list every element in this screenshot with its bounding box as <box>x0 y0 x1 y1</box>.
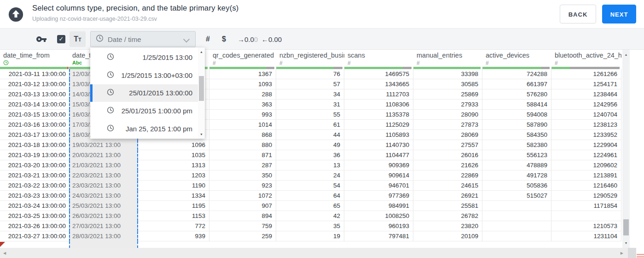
table-cell[interactable]: 871 <box>209 150 276 160</box>
table-cell[interactable]: 25581 <box>413 201 482 211</box>
table-cell[interactable]: 76 <box>276 69 344 79</box>
table-cell[interactable]: 923 <box>209 181 276 191</box>
table-cell[interactable]: 1238123 <box>551 120 621 130</box>
table-cell[interactable]: 588414 <box>482 100 551 110</box>
table-cell[interactable]: 868 <box>209 130 276 140</box>
table-cell[interactable]: 797481 <box>344 231 413 241</box>
table-cell[interactable]: 64 <box>276 191 344 201</box>
table-cell[interactable]: 1254171 <box>551 79 621 89</box>
table-cell[interactable]: 26782 <box>413 211 482 221</box>
dropdown-scrollbar[interactable]: ▲ ▼ <box>198 47 205 139</box>
scroll-down-icon[interactable]: ▼ <box>622 241 630 245</box>
date-format-option[interactable]: 25/01/2015 1:00:00 pm <box>90 102 205 120</box>
table-cell[interactable]: 1104477 <box>344 150 413 160</box>
table-cell[interactable]: 25/03/2021 13:00 <box>69 201 138 211</box>
table-cell[interactable]: 2021-03-13 13:00:00 <box>0 89 69 100</box>
table-cell[interactable]: 2021-03-16 13:00:00 <box>0 120 69 130</box>
table-cell[interactable]: 287 <box>209 160 276 170</box>
table-cell[interactable]: 1093 <box>209 79 276 89</box>
table-cell[interactable]: 1135378 <box>344 110 413 120</box>
table-cell[interactable]: 1108306 <box>344 100 413 110</box>
date-format-option[interactable]: 25/01/2015 13:00:00 <box>90 84 205 102</box>
include-column-checkbox[interactable]: ✓ <box>57 35 65 43</box>
table-cell[interactable]: 1014 <box>209 120 276 130</box>
integer-type-button[interactable]: # <box>206 35 210 43</box>
scroll-left-icon[interactable]: ◀ <box>3 251 6 255</box>
table-cell[interactable] <box>551 211 621 221</box>
table-cell[interactable]: 34 <box>276 89 344 100</box>
table-cell[interactable]: 28090 <box>413 110 482 120</box>
table-cell[interactable]: 556123 <box>482 150 551 160</box>
table-cell[interactable]: 1072 <box>209 191 276 201</box>
table-cell[interactable]: 907 <box>209 201 276 211</box>
next-button[interactable]: NEXT <box>602 5 636 23</box>
table-cell[interactable]: 2021-03-15 13:00:00 <box>0 110 69 120</box>
table-cell[interactable]: 1153 <box>138 211 209 221</box>
table-cell[interactable]: 1140730 <box>344 140 413 150</box>
table-cell[interactable]: 26/03/2021 13:00 <box>69 211 138 221</box>
table-cell[interactable] <box>482 201 551 211</box>
table-cell[interactable]: 1469575 <box>344 69 413 79</box>
table-cell[interactable]: 1096 <box>138 140 209 150</box>
table-cell[interactable]: 594008 <box>482 110 551 120</box>
table-cell[interactable]: 2021-03-12 13:00:00 <box>0 79 69 89</box>
table-cell[interactable]: 2021-03-23 13:00:00 <box>0 191 69 201</box>
table-cell[interactable]: 1195 <box>138 201 209 211</box>
table-cell[interactable]: 1008250 <box>344 211 413 221</box>
table-cell[interactable]: 27/03/2021 13:00 <box>69 221 138 231</box>
table-cell[interactable]: 363 <box>209 100 276 110</box>
table-cell[interactable]: 2021-03-14 13:00:00 <box>0 100 69 110</box>
date-format-option[interactable]: Jan 25, 2015 1:00 pm <box>90 120 205 138</box>
column-header-bluetooth_active_24_hr_[interactable]: bluetooth_active_24_hr_# <box>551 50 621 67</box>
table-cell[interactable]: 22869 <box>413 170 482 181</box>
table-cell[interactable]: 31 <box>276 100 344 110</box>
table-cell[interactable] <box>482 221 551 231</box>
table-cell[interactable]: 350 <box>209 170 276 181</box>
table-cell[interactable]: 2021-03-27 13:00:00 <box>0 231 69 241</box>
table-cell[interactable]: 21/03/2021 13:00 <box>69 160 138 170</box>
table-cell[interactable]: 1209602 <box>551 160 621 170</box>
table-cell[interactable]: 33398 <box>413 69 482 79</box>
table-cell[interactable]: 259 <box>209 231 276 241</box>
table-cell[interactable]: 23/03/2021 13:00 <box>69 181 138 191</box>
table-cell[interactable]: 1231104 <box>551 231 621 241</box>
table-cell[interactable]: 1343665 <box>344 79 413 89</box>
table-cell[interactable]: 2021-03-19 13:00:00 <box>0 150 69 160</box>
table-cell[interactable]: 582380 <box>482 140 551 150</box>
table-cell[interactable]: 2021-03-17 13:00:00 <box>0 130 69 140</box>
table-cell[interactable]: 2021-03-25 13:00:00 <box>0 211 69 221</box>
column-header-date_time_from[interactable]: date_time_from <box>0 50 69 67</box>
table-cell[interactable]: 44 <box>276 130 344 140</box>
table-cell[interactable]: 28/03/2021 13:00 <box>69 231 138 241</box>
table-cell[interactable]: 1112703 <box>344 89 413 100</box>
table-cell[interactable]: 2021-03-18 13:00:00 <box>0 140 69 150</box>
column-header-qr_codes_generated[interactable]: qr_codes_generated# <box>209 50 276 67</box>
column-header-active_devices[interactable]: active_devices# <box>482 50 551 67</box>
table-cell[interactable]: 977369 <box>344 191 413 201</box>
table-cell[interactable]: 505836 <box>482 181 551 191</box>
table-cell[interactable]: 2021-03-24 13:00:00 <box>0 201 69 211</box>
table-cell[interactable]: 909369 <box>344 160 413 170</box>
table-cell[interactable]: 984991 <box>344 201 413 211</box>
table-cell[interactable]: 26921 <box>413 191 482 201</box>
table-cell[interactable]: 55 <box>276 110 344 120</box>
table-cell[interactable]: 491728 <box>482 170 551 181</box>
table-cell[interactable] <box>482 231 551 241</box>
table-cell[interactable]: 19/03/2021 13:00 <box>69 140 138 150</box>
table-cell[interactable]: 61 <box>276 120 344 130</box>
table-cell[interactable]: 894 <box>209 211 276 221</box>
table-cell[interactable]: 2021-03-20 13:00:00 <box>0 160 69 170</box>
table-cell[interactable]: 946701 <box>344 181 413 191</box>
decrease-decimal-button[interactable]: ←0.00 <box>261 35 282 43</box>
table-cell[interactable]: 584350 <box>482 130 551 140</box>
table-cell[interactable]: 288 <box>209 89 276 100</box>
column-header-scans[interactable]: scans# <box>344 50 413 67</box>
table-cell[interactable]: 49 <box>276 140 344 150</box>
table-cell[interactable]: 1224961 <box>551 150 621 160</box>
table-cell[interactable]: 1313 <box>138 160 209 170</box>
table-cell[interactable]: 1105893 <box>344 130 413 140</box>
table-cell[interactable]: 759 <box>209 221 276 231</box>
table-cell[interactable]: 35 <box>276 221 344 231</box>
table-cell[interactable]: 2021-03-21 13:00:00 <box>0 170 69 181</box>
table-cell[interactable]: 22/03/2021 13:00 <box>69 170 138 181</box>
